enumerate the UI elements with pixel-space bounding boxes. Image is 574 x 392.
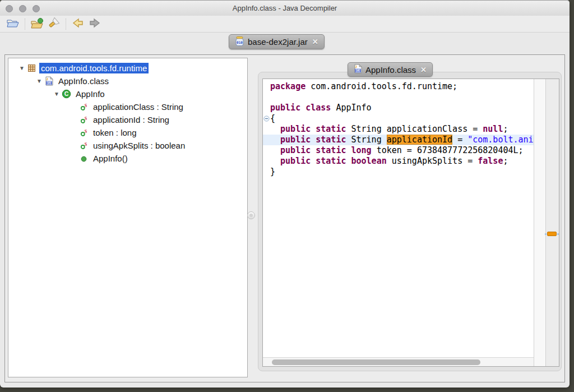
code-line: { [263, 113, 534, 124]
tree-item-label: applicationClass : String [91, 102, 185, 112]
tree-item[interactable]: AppInfo() [8, 152, 247, 165]
code-viewer[interactable]: package com.android.tools.fd.runtime;pub… [262, 79, 559, 367]
svg-text:C: C [64, 90, 69, 97]
toolbar-separator [25, 19, 25, 30]
vertical-scrollbar[interactable] [534, 79, 545, 366]
jar-tab-close-icon[interactable]: ✕ [312, 38, 318, 46]
disclosure-triangle-icon[interactable]: ▼ [35, 78, 44, 84]
window-title: AppInfo.class - Java Decompiler [0, 4, 570, 12]
jar-tab[interactable]: 010 base-dex2jar.jar ✕ [229, 34, 325, 49]
code-text: { [270, 113, 275, 124]
tree-item[interactable]: SapplicationId : String [8, 113, 247, 126]
open-file-button[interactable] [4, 17, 21, 31]
tree-item-label: AppInfo [74, 89, 107, 99]
code-text: public static long token = 6738487772256… [270, 145, 524, 156]
code-line: public static String applicationClass = … [263, 124, 534, 135]
title-bar: AppInfo.class - Java Decompiler [0, 0, 570, 16]
tree-item-label: com.android.tools.fd.runtime [39, 63, 149, 73]
class-icon: C [61, 89, 72, 99]
tree-item[interactable]: ▼CAppInfo [8, 87, 247, 100]
open-file-icon [6, 17, 20, 31]
tree-item-label: usingApkSplits : boolean [91, 140, 187, 151]
tree-item-label: AppInfo() [91, 153, 129, 164]
code-text: public static String applicationClass = … [270, 124, 508, 135]
package-tree[interactable]: ▼com.android.tools.fd.runtime▼J010AppInf… [8, 58, 248, 377]
editor-tab-close-icon[interactable]: ✕ [420, 66, 427, 74]
code-line: public static boolean usingApkSplits = f… [263, 156, 534, 167]
static-field-icon: S [78, 142, 89, 150]
horizontal-scrollbar-thumb[interactable] [272, 359, 480, 365]
overview-ruler [545, 79, 559, 366]
jar-icon: 010 [235, 36, 244, 48]
toolbar-separator [66, 19, 66, 30]
back-button[interactable] [70, 17, 86, 31]
app-window: AppInfo.class - Java Decompiler 010 base… [0, 0, 570, 388]
editor-tab-label: AppInfo.class [365, 65, 416, 75]
code-text: } [270, 167, 275, 177]
open-type-icon [30, 17, 44, 31]
tree-item-label: AppInfo.class [57, 76, 110, 86]
tree-item[interactable]: Stoken : long [8, 126, 247, 139]
code-lines[interactable]: package com.android.tools.fd.runtime;pub… [263, 79, 534, 357]
code-text: public class AppInfo [270, 103, 372, 113]
code-line: public class AppInfo [263, 103, 534, 113]
svg-text:010: 010 [355, 69, 361, 72]
tree-item-label: applicationId : String [91, 114, 171, 125]
code-text: public static boolean usingApkSplits = f… [270, 156, 508, 167]
forward-button[interactable] [86, 17, 103, 31]
toolbar [0, 16, 570, 33]
code-line [263, 92, 534, 103]
code-line: public static String applicationId = "co… [263, 135, 534, 145]
search-button[interactable] [45, 17, 62, 31]
disclosure-triangle-icon[interactable]: ▼ [17, 65, 26, 71]
tree-item[interactable]: ▼J010AppInfo.class [8, 75, 247, 87]
svg-text:010: 010 [237, 40, 243, 44]
svg-text:010: 010 [47, 81, 52, 85]
tree-item[interactable]: SusingApkSplits : boolean [8, 139, 247, 152]
tree-item[interactable]: ▼com.android.tools.fd.runtime [8, 62, 247, 75]
svg-text:S: S [84, 103, 87, 108]
svg-text:S: S [84, 116, 87, 121]
code-line: public static long token = 6738487772256… [263, 145, 534, 156]
editor-tab[interactable]: J010 AppInfo.class ✕ [348, 62, 433, 77]
open-type-button[interactable] [29, 17, 45, 31]
static-field-icon: S [78, 103, 89, 111]
horizontal-scrollbar[interactable] [263, 357, 534, 366]
svg-text:S: S [84, 142, 87, 147]
svg-text:J: J [355, 65, 357, 68]
jar-tab-label: base-dex2jar.jar [248, 37, 308, 47]
code-line: package com.android.tools.fd.runtime; [263, 81, 534, 92]
svg-text:J: J [47, 77, 48, 81]
search-icon [48, 17, 61, 31]
splitter-grip[interactable] [247, 211, 255, 219]
code-line: } [263, 167, 534, 177]
class-file-icon: J010 [354, 64, 362, 75]
forward-icon [89, 18, 101, 30]
back-icon [72, 18, 84, 30]
fold-collapse-icon[interactable] [263, 116, 270, 122]
code-text: package com.android.tools.fd.runtime; [270, 81, 457, 92]
class-file-icon: J010 [44, 76, 54, 86]
code-text: public static String applicationId = "co… [270, 135, 534, 145]
method-icon [78, 155, 89, 163]
tree-item-label: token : long [91, 127, 138, 138]
static-field-icon: S [78, 129, 89, 137]
static-field-icon: S [78, 116, 89, 124]
occurrence-marker[interactable] [547, 232, 557, 236]
svg-text:S: S [84, 129, 87, 134]
package-icon [26, 64, 37, 72]
tree-item[interactable]: SapplicationClass : String [8, 100, 247, 113]
disclosure-triangle-icon[interactable]: ▼ [52, 91, 61, 97]
